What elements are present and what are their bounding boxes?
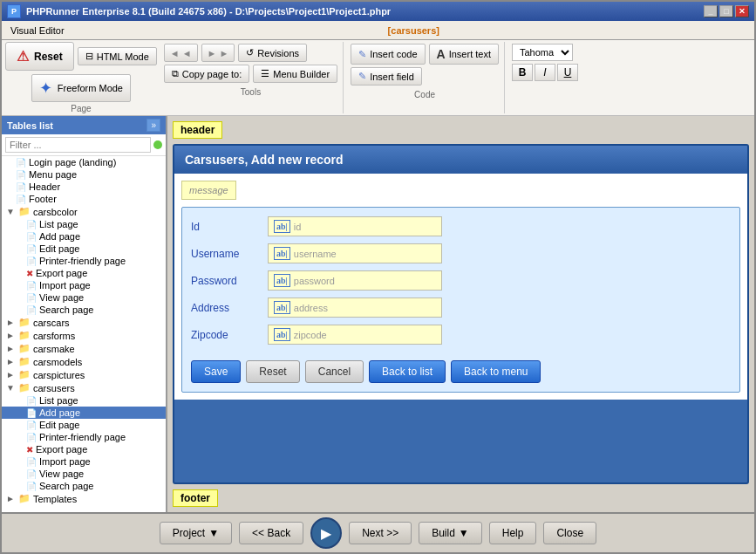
freeform-icon: ✦ [39, 79, 52, 98]
sidebar-item-carsusers-add[interactable]: 📄 Add page [2, 407, 166, 419]
page-icon: 📄 [26, 281, 37, 291]
insert-code-button[interactable]: ✎ Insert code [351, 44, 425, 65]
main-window: P PHPRunner Enterprise 8.1 (Build 24675 … [0, 0, 756, 554]
sidebar-collapse-button[interactable]: » [146, 119, 160, 132]
sidebar-item-carsbcolor-import[interactable]: 📄 Import page [2, 279, 166, 291]
underline-button[interactable]: U [557, 64, 578, 81]
tools-group: ◄ ◄ ► ► ↺ Revisions ⧉ Copy page to: [159, 42, 344, 113]
sidebar-group-carscars[interactable]: ► 📁 carscars [2, 316, 166, 329]
input-field-icon: ab| [274, 301, 290, 314]
sidebar-item-carsbcolor-search[interactable]: 📄 Search page [2, 304, 166, 316]
field-icon: ✎ [358, 71, 366, 82]
page-icon: 📄 [26, 457, 37, 467]
sidebar-item-carsusers-search[interactable]: 📄 Search page [2, 480, 166, 492]
reset-icon: ⚠ [17, 48, 29, 65]
sidebar-item-login-page[interactable]: 📄 Login page (landing) [2, 156, 166, 168]
menu-builder-button[interactable]: ☰ Menu Builder [253, 65, 337, 83]
copy-page-button[interactable]: ⧉ Copy page to: [164, 65, 250, 83]
minimize-button[interactable]: _ [704, 5, 718, 17]
page-icon: 📄 [26, 482, 37, 491]
run-button[interactable]: ▶ [310, 517, 342, 549]
sidebar-group-carsbcolor[interactable]: ▼ 📁 carsbcolor [2, 205, 166, 218]
html-mode-button[interactable]: ⊟ HTML Mode [78, 47, 157, 65]
form-reset-button[interactable]: Reset [246, 360, 299, 383]
sidebar-item-carsbcolor-printer[interactable]: 📄 Printer-friendly page [2, 255, 166, 267]
form-inner: Id ab| id Username ab| username [181, 207, 740, 393]
cancel-button[interactable]: Cancel [305, 360, 364, 383]
sidebar-item-carsbcolor-export[interactable]: ✖ Export page [2, 267, 166, 279]
expand-icon: ► [5, 494, 16, 504]
insert-field-button[interactable]: ✎ Insert field [351, 67, 422, 85]
page-icon: 📄 [26, 293, 37, 303]
active-tab-label: [carsusers] [77, 25, 751, 36]
sidebar-group-carsmodels[interactable]: ► 📁 carsmodels [2, 355, 166, 368]
menu-visual-editor[interactable]: Visual Editor [5, 24, 70, 38]
expand-icon: ▼ [5, 207, 16, 217]
filter-input[interactable] [5, 137, 151, 153]
sidebar-item-header[interactable]: 📄 Header [2, 181, 166, 193]
footer-label: footer [173, 489, 218, 507]
bold-button[interactable]: B [512, 64, 533, 81]
next-button[interactable]: Next >> [349, 522, 412, 544]
sidebar-item-carsbcolor-edit[interactable]: 📄 Edit page [2, 243, 166, 255]
back-to-list-button[interactable]: Back to list [369, 360, 446, 383]
page-icon: 📄 [16, 158, 26, 168]
sidebar-item-carsbcolor-add[interactable]: 📄 Add page [2, 230, 166, 243]
back-button[interactable]: << Back [239, 522, 303, 544]
sidebar-item-carsusers-import[interactable]: 📄 Import page [2, 455, 166, 468]
form-body: message Id ab| id Username [174, 174, 747, 400]
close-window-button[interactable]: ✕ [735, 5, 749, 17]
sidebar-item-menu-page[interactable]: 📄 Menu page [2, 168, 166, 181]
sidebar-group-carsmake[interactable]: ► 📁 carsmake [2, 342, 166, 355]
sidebar-item-carsusers-printer[interactable]: 📄 Printer-friendly page [2, 431, 166, 443]
input-value-zipcode: zipcode [294, 330, 327, 340]
build-button[interactable]: Build ▼ [419, 522, 482, 544]
close-button[interactable]: Close [543, 522, 596, 544]
window-title: PHPRunner Enterprise 8.1 (Build 24675 x8… [26, 6, 391, 17]
menu-builder-icon: ☰ [261, 68, 269, 79]
back-to-menu-button[interactable]: Back to menu [451, 360, 541, 383]
sidebar-tree[interactable]: 📄 Login page (landing) 📄 Menu page 📄 Hea… [2, 156, 166, 512]
sidebar-item-carsusers-edit[interactable]: 📄 Edit page [2, 419, 166, 431]
sidebar-group-templates[interactable]: ► 📁 Templates [2, 492, 166, 505]
italic-button[interactable]: I [535, 64, 555, 81]
sidebar-item-carsbcolor-view[interactable]: 📄 View page [2, 291, 166, 304]
page-group-label: Page [5, 104, 157, 113]
freeform-button[interactable]: ✦ Freeform Mode [31, 74, 131, 102]
save-button[interactable]: Save [191, 360, 241, 383]
sidebar-item-carsbcolor-list[interactable]: 📄 List page [2, 218, 166, 230]
font-selector[interactable]: Tahoma [512, 44, 573, 61]
form-panel: Carsusers, Add new record message Id ab|… [173, 144, 749, 484]
sidebar-item-carsusers-view[interactable]: 📄 View page [2, 468, 166, 480]
revisions-button[interactable]: ↺ Revisions [238, 44, 307, 62]
code-group-label: Code [351, 90, 499, 99]
sidebar-item-carsusers-list[interactable]: 📄 List page [2, 394, 166, 407]
back-nav-button[interactable]: ◄ ◄ [164, 44, 198, 62]
bottom-toolbar: Project ▼ << Back ▶ Next >> Build ▼ Help… [2, 512, 754, 552]
page-icon: 📄 [26, 433, 37, 442]
app-icon: P [7, 4, 21, 18]
sidebar-group-carspictures[interactable]: ► 📁 carspictures [2, 368, 166, 381]
insert-text-button[interactable]: A Insert text [429, 44, 499, 65]
field-label-zipcode: Zipcode [191, 329, 261, 341]
run-icon: ▶ [321, 525, 331, 542]
project-button[interactable]: Project ▼ [160, 522, 232, 544]
input-value-address: address [294, 303, 328, 313]
expand-icon: ► [5, 331, 16, 341]
sidebar-group-carsusers[interactable]: ▼ 📁 carsusers [2, 381, 166, 394]
sidebar-item-carsusers-export[interactable]: ✖ Export page [2, 443, 166, 455]
filter-active-indicator [153, 140, 162, 149]
page-icon: 📄 [26, 396, 37, 406]
tables-list-label: Tables list [7, 120, 53, 131]
help-button[interactable]: Help [489, 522, 537, 544]
input-field-icon: ab| [274, 328, 290, 341]
forward-nav-button[interactable]: ► ► [201, 44, 235, 62]
form-input-username: ab| username [268, 243, 442, 263]
input-field-icon: ab| [274, 220, 290, 233]
sidebar-item-footer[interactable]: 📄 Footer [2, 193, 166, 205]
maximize-button[interactable]: □ [719, 5, 733, 17]
form-buttons: Save Reset Cancel Back to list Back to m… [191, 353, 731, 383]
sidebar-group-carsforms[interactable]: ► 📁 carsforms [2, 329, 166, 342]
page-icon: 📄 [26, 232, 37, 242]
reset-button[interactable]: ⚠ Reset [5, 42, 74, 71]
